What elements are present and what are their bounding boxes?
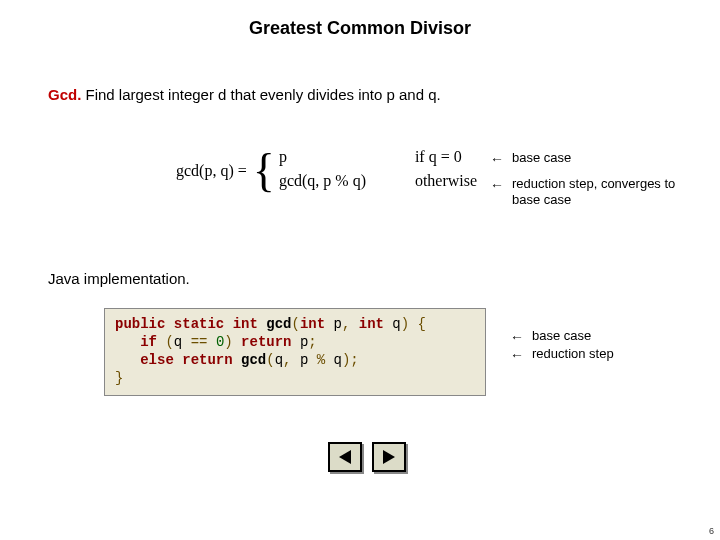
code-block: public static int gcd(int p, int q) { if…	[104, 308, 486, 396]
annotation-text: reduction step	[532, 346, 614, 362]
nav-controls	[328, 442, 406, 472]
java-heading: Java implementation.	[48, 270, 190, 287]
kw-int: int	[233, 316, 258, 332]
kw-static: static	[174, 316, 224, 332]
arrow-left-icon: ←	[490, 176, 512, 193]
intro-text: Find largest integer d that evenly divid…	[81, 86, 440, 103]
annotation-code-reduction: ← reduction step	[510, 346, 614, 363]
formula-lhs: gcd(p, q) =	[176, 162, 253, 180]
page-title: Greatest Common Divisor	[0, 0, 720, 39]
annotation-text: base case	[532, 328, 591, 344]
arrow-left-icon: ←	[510, 346, 532, 363]
triangle-right-icon	[383, 450, 395, 464]
kw-return: return	[182, 352, 232, 368]
fn-name: gcd	[241, 352, 266, 368]
intro-label: Gcd.	[48, 86, 81, 103]
case2-cond: otherwise	[399, 172, 477, 190]
kw-public: public	[115, 316, 165, 332]
case1-value: p	[279, 148, 399, 166]
arrow-left-icon: ←	[490, 150, 512, 167]
kw-return: return	[241, 334, 291, 350]
formula-cases: p if q = 0 gcd(q, p % q) otherwise	[279, 148, 477, 194]
kw-if: if	[140, 334, 157, 350]
annotation-text: base case	[512, 150, 571, 166]
arrow-left-icon: ←	[510, 328, 532, 345]
annotation-base-case: ← base case	[490, 150, 571, 167]
annotation-reduction: ← reduction step, converges to base case	[490, 176, 702, 208]
kw-int: int	[300, 316, 325, 332]
fn-name: gcd	[266, 316, 291, 332]
case2-value: gcd(q, p % q)	[279, 172, 399, 190]
kw-int: int	[359, 316, 384, 332]
triangle-left-icon	[339, 450, 351, 464]
case1-cond: if q = 0	[399, 148, 462, 166]
gcd-formula: gcd(p, q) = { p if q = 0 gcd(q, p % q) o…	[176, 148, 477, 194]
case-base: p if q = 0	[279, 148, 477, 170]
annotation-code-base: ← base case	[510, 328, 591, 345]
prev-button[interactable]	[328, 442, 362, 472]
intro-line: Gcd. Find largest integer d that evenly …	[48, 86, 441, 103]
slide: Greatest Common Divisor Gcd. Find larges…	[0, 0, 720, 540]
next-button[interactable]	[372, 442, 406, 472]
case-recursive: gcd(q, p % q) otherwise	[279, 172, 477, 194]
kw-else: else	[140, 352, 174, 368]
annotation-text: reduction step, converges to base case	[512, 176, 702, 208]
brace-icon: {	[253, 148, 279, 194]
page-number: 6	[709, 526, 714, 536]
